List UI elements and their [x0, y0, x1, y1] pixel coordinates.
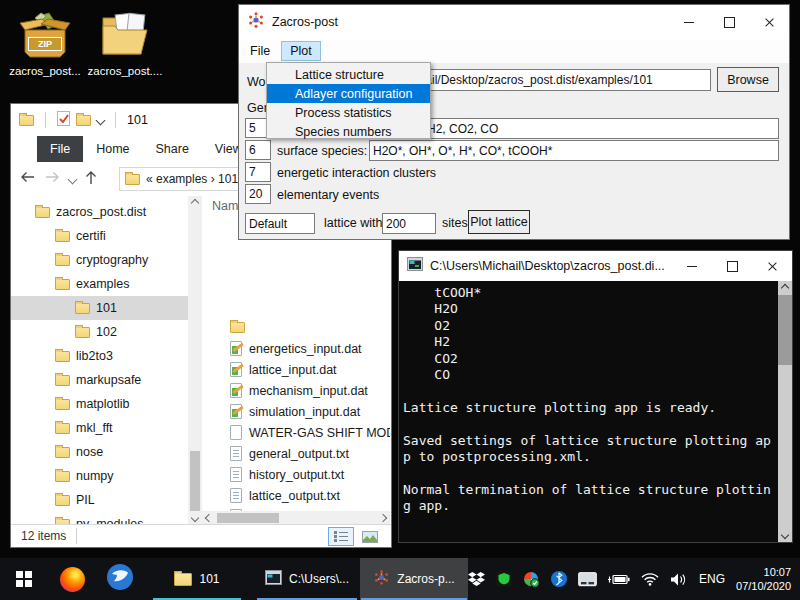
defender-icon[interactable] [523, 571, 540, 588]
menu-item-lattice-structure[interactable]: Lattice structure [267, 65, 430, 84]
file-row[interactable]: lattice_input.dat [202, 359, 390, 380]
console-titlebar[interactable]: C:\Users\Michail\Desktop\zacros_post.di.… [399, 251, 792, 281]
system-tray: ENG 10:07 07/10/2020 4 [468, 565, 800, 593]
up-icon[interactable] [84, 170, 98, 189]
console-title: C:\Users\Michail\Desktop\zacros_post.di.… [430, 259, 665, 273]
tree-item[interactable]: markupsafe [11, 368, 188, 392]
desktop-icon-folder[interactable]: zacros_post.... [86, 8, 164, 77]
wifi-icon[interactable] [641, 572, 659, 586]
tree-item[interactable]: examples [11, 272, 188, 296]
tree-item[interactable]: cryptography [11, 248, 188, 272]
maximize-button[interactable] [709, 5, 749, 39]
clock[interactable]: 10:07 07/10/2020 [736, 565, 791, 593]
language-indicator[interactable]: ENG [699, 572, 725, 586]
tree-item[interactable]: matplotlib [11, 392, 188, 416]
tree-item[interactable]: numpy [11, 464, 188, 488]
minimize-button[interactable] [669, 5, 709, 39]
maximize-button[interactable] [712, 251, 752, 281]
scrollbar-thumb[interactable] [190, 451, 200, 511]
scroll-down-icon[interactable] [188, 511, 202, 525]
tree-item[interactable]: mkl_fft [11, 416, 188, 440]
menu-file[interactable]: File [241, 41, 279, 61]
bluetooth-icon[interactable] [551, 571, 567, 587]
folder-icon [55, 447, 70, 458]
properties-check-icon[interactable] [57, 111, 70, 130]
tree-scrollbar[interactable] [188, 196, 202, 525]
clusters-count-input[interactable]: 7 [245, 162, 271, 182]
scroll-down-icon[interactable] [778, 528, 792, 542]
forward-icon[interactable] [44, 170, 61, 188]
menu-item-species-numbers[interactable]: Species numbers [267, 122, 430, 141]
battery-icon[interactable] [608, 573, 630, 586]
display-settings-icon[interactable] [578, 572, 597, 587]
start-button[interactable] [0, 558, 48, 600]
minimize-button[interactable] [672, 251, 712, 281]
scroll-left-icon[interactable] [202, 511, 216, 525]
new-folder-icon[interactable] [76, 115, 91, 126]
file-row[interactable]: lattice_output.txt [202, 485, 390, 506]
tab-home[interactable]: Home [83, 136, 142, 162]
tree-item[interactable]: PIL [11, 488, 188, 512]
thumbnail-view-button[interactable] [357, 527, 383, 546]
tree-item[interactable]: nose [11, 440, 188, 464]
tree-item-label: PIL [76, 493, 95, 507]
scroll-up-icon[interactable] [778, 281, 792, 295]
back-icon[interactable] [19, 170, 36, 188]
lattice-type-input[interactable]: Default [245, 213, 315, 234]
close-button[interactable] [749, 5, 789, 39]
desktop-icon-zip[interactable]: ZIP zacros_post... [6, 10, 84, 77]
taskbar-task-explorer[interactable]: 101 [152, 558, 242, 600]
tree-item[interactable]: lib2to3 [11, 344, 188, 368]
scrollbar-thumb[interactable] [217, 513, 279, 523]
taskbar-task-zacros[interactable]: Zacros-p... [360, 558, 468, 600]
file-row[interactable]: mechanism_input.dat [202, 380, 390, 401]
desktop-icon-label: zacros_post... [6, 65, 84, 77]
tree-item[interactable]: zacros_post.dist [11, 200, 188, 224]
plot-lattice-button[interactable]: Plot lattice [468, 210, 530, 234]
console-scrollbar[interactable] [778, 281, 792, 542]
dat-file-icon [230, 383, 242, 398]
file-name: energetics_input.dat [249, 342, 362, 356]
scroll-right-icon[interactable] [376, 511, 390, 525]
tree-item-selected[interactable]: 101 [11, 296, 188, 320]
taskbar-task-console[interactable]: C:\Users\... [256, 558, 358, 600]
volume-icon[interactable] [670, 572, 688, 587]
file-row[interactable]: WATER-GAS SHIFT MODEL [202, 422, 390, 443]
menu-plot[interactable]: Plot [281, 41, 321, 61]
menu-item-process-statistics[interactable]: Process statistics [267, 103, 430, 122]
file-row[interactable]: history_output.txt [202, 464, 390, 485]
thunderbird-taskbar-icon[interactable] [96, 558, 144, 600]
scroll-up-icon[interactable] [188, 196, 202, 210]
file-row[interactable]: simulation_input.dat [202, 401, 390, 422]
tree-item-label: 102 [96, 325, 117, 339]
details-view-button[interactable] [328, 527, 354, 546]
tree-item-label: matplotlib [76, 397, 130, 411]
browse-button[interactable]: Browse [717, 67, 779, 92]
thunderbird-icon [107, 564, 133, 594]
file-row[interactable]: general_output.txt [202, 443, 390, 464]
firefox-taskbar-icon[interactable] [48, 558, 96, 600]
file-row[interactable]: energetics_input.dat [202, 338, 390, 359]
recent-locations-icon[interactable] [68, 174, 78, 184]
scrollbar-thumb[interactable] [778, 295, 792, 365]
tree-item[interactable]: certifi [11, 224, 188, 248]
zacros-app-icon [247, 11, 265, 33]
customize-toolbar-icon[interactable] [96, 115, 106, 125]
tab-share[interactable]: Share [143, 136, 202, 162]
close-button[interactable] [752, 251, 792, 281]
zacros-titlebar[interactable]: Zacros-post [239, 5, 789, 39]
folder-icon [55, 351, 70, 362]
events-count-input[interactable]: 20 [245, 184, 271, 204]
tab-file[interactable]: File [37, 136, 83, 162]
surface-species-input[interactable]: H2O*, OH*, O*, H*, CO*, tCOOH* [369, 140, 779, 161]
dropbox-icon[interactable] [468, 571, 485, 587]
console-body[interactable]: tCOOH* H2O O2 H2 CO2 CO Lattice structur… [399, 281, 778, 542]
tree-item[interactable]: 102 [11, 320, 188, 344]
menu-item-adlayer-configuration[interactable]: Adlayer configuration [267, 84, 430, 103]
surface-species-count-input[interactable]: 6 [245, 140, 271, 160]
file-list-horizontal-scrollbar[interactable] [202, 511, 390, 525]
security-shield-icon[interactable] [496, 571, 512, 587]
sites-count-input[interactable]: 200 [382, 213, 436, 234]
file-row[interactable] [202, 317, 390, 338]
folder-icon [230, 322, 245, 333]
